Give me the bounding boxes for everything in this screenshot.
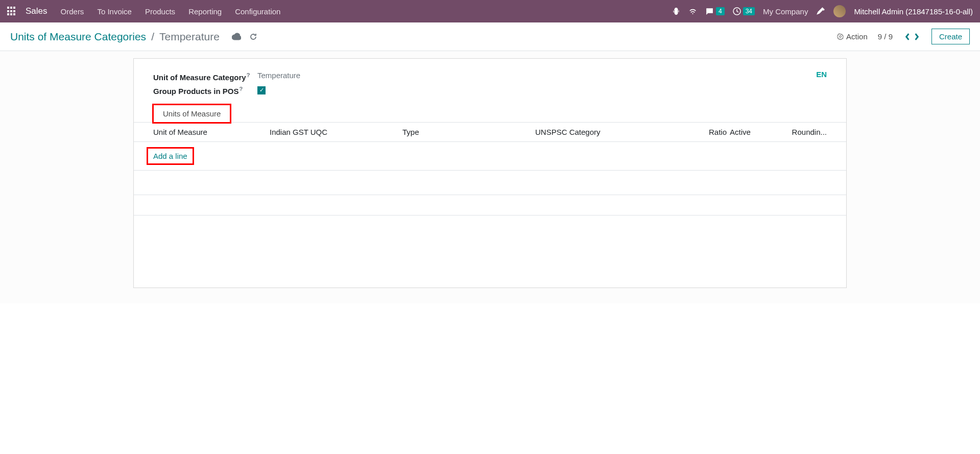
clock-icon[interactable]: 34: [733, 7, 755, 15]
pager-prev[interactable]: [903, 33, 912, 40]
tools-icon[interactable]: [816, 7, 825, 16]
control-panel: Units of Measure Categories / Temperatur…: [0, 22, 980, 51]
nav-products[interactable]: Products: [145, 7, 175, 16]
action-dropdown[interactable]: Action: [836, 32, 868, 41]
language-button[interactable]: EN: [816, 70, 827, 79]
col-active[interactable]: Active: [730, 128, 760, 136]
help-icon[interactable]: ?: [247, 72, 250, 78]
top-navbar: Sales Orders To Invoice Products Reporti…: [0, 0, 980, 22]
control-panel-right: Action 9 / 9 Create: [836, 29, 970, 44]
field-category-value[interactable]: Temperature: [257, 71, 300, 82]
field-category-label: Unit of Measure Category?: [153, 71, 257, 82]
nav-orders[interactable]: Orders: [61, 7, 84, 16]
cloud-save-icon[interactable]: [232, 33, 241, 41]
col-rounding[interactable]: Roundin...: [760, 128, 827, 136]
pager-count[interactable]: 9 / 9: [878, 32, 893, 41]
app-brand[interactable]: Sales: [26, 6, 47, 16]
add-a-line-link[interactable]: Add a line: [153, 152, 187, 160]
user-menu[interactable]: Mitchell Admin (21847185-16-0-all): [854, 7, 973, 16]
discard-icon[interactable]: [249, 33, 257, 41]
nav-right: 4 34 My Company Mitchell Admin (21847185…: [672, 5, 973, 17]
empty-row: [134, 171, 846, 195]
field-group-pos-label: Group Products in POS?: [153, 85, 257, 95]
page-body: EN Unit of Measure Category? Temperature…: [0, 51, 980, 303]
pager-next[interactable]: [912, 33, 921, 40]
empty-row: [134, 195, 846, 216]
apps-icon[interactable]: [7, 7, 16, 16]
nav-menu: Orders To Invoice Products Reporting Con…: [61, 7, 663, 16]
col-ratio[interactable]: Ratio: [701, 128, 727, 136]
breadcrumb-parent[interactable]: Units of Measure Categories: [10, 31, 146, 43]
help-icon[interactable]: ?: [240, 86, 243, 92]
user-avatar[interactable]: [833, 5, 846, 17]
nav-configuration[interactable]: Configuration: [235, 7, 280, 16]
empty-space: [134, 216, 846, 248]
create-button[interactable]: Create: [931, 29, 970, 44]
notebook: Units of Measure Unit of Measure Indian …: [134, 105, 846, 248]
clock-badge: 34: [743, 7, 755, 15]
tab-units-of-measure[interactable]: Units of Measure: [153, 105, 230, 123]
breadcrumb-separator: /: [151, 31, 154, 43]
col-unspsc-category[interactable]: UNSPSC Category: [535, 128, 701, 136]
form-fields: EN Unit of Measure Category? Temperature…: [134, 59, 846, 95]
chat-badge: 4: [716, 7, 725, 15]
table-header: Unit of Measure Indian GST UQC Type UNSP…: [134, 123, 846, 142]
col-unit-of-measure[interactable]: Unit of Measure: [153, 128, 270, 136]
company-selector[interactable]: My Company: [763, 7, 808, 16]
col-type[interactable]: Type: [402, 128, 535, 136]
breadcrumb: Units of Measure Categories / Temperatur…: [10, 31, 257, 43]
col-indian-gst-uqc[interactable]: Indian GST UQC: [270, 128, 402, 136]
tab-content: Unit of Measure Indian GST UQC Type UNSP…: [134, 122, 846, 248]
form-sheet: EN Unit of Measure Category? Temperature…: [133, 58, 847, 288]
wifi-icon[interactable]: [688, 7, 697, 16]
nav-reporting[interactable]: Reporting: [188, 7, 222, 16]
nav-to-invoice[interactable]: To Invoice: [97, 7, 132, 16]
add-line-row: Add a line: [134, 142, 846, 171]
chat-icon[interactable]: 4: [705, 7, 725, 16]
bug-icon[interactable]: [672, 7, 680, 15]
group-pos-checkbox[interactable]: ✓: [257, 86, 266, 94]
breadcrumb-current: Temperature: [159, 31, 220, 43]
